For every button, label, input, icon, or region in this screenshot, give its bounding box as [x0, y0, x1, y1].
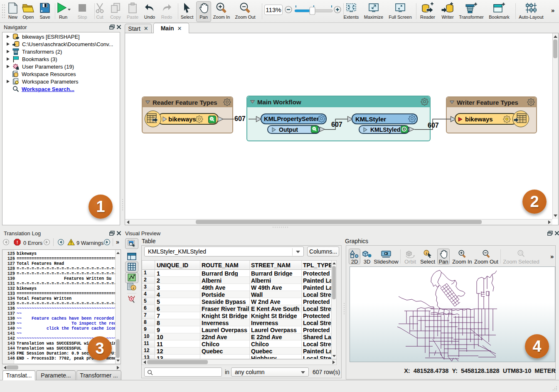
svg-text:!: ! — [17, 240, 18, 245]
